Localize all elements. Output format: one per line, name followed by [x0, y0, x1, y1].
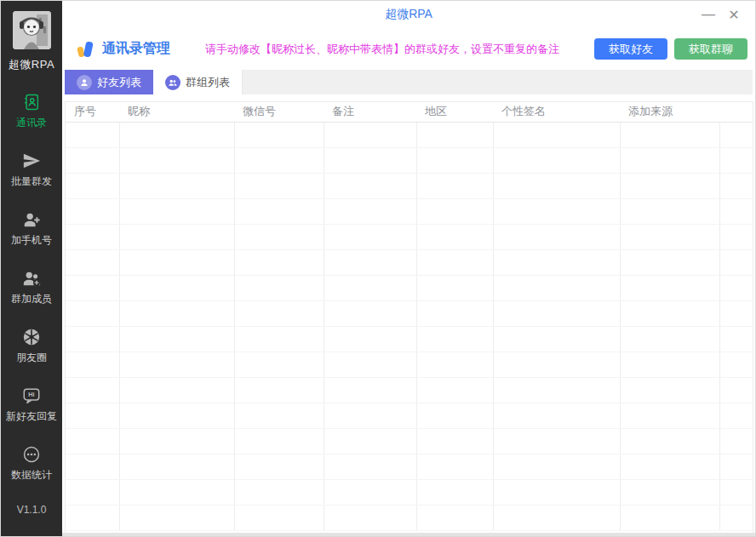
column-header-remark: 备注	[324, 102, 416, 122]
table-cell	[416, 275, 493, 300]
table-cell	[719, 377, 753, 403]
tab-friend-list[interactable]: 好友列表	[65, 70, 153, 94]
table-cell	[119, 147, 234, 173]
table-cell	[719, 249, 753, 275]
table-cell	[416, 249, 493, 275]
table-cell	[66, 122, 119, 147]
hi-chat-icon: Hi	[22, 386, 41, 405]
table-cell	[719, 479, 753, 505]
table-cell	[119, 403, 234, 428]
table-cell	[234, 249, 324, 275]
table-cell	[416, 224, 493, 249]
table-row	[66, 428, 753, 454]
close-button[interactable]: ✕	[721, 3, 747, 26]
person-add-icon	[22, 210, 41, 229]
stats-icon	[22, 445, 41, 464]
sidebar-item-moments[interactable]: 朋友圈	[16, 328, 47, 365]
table-cell	[66, 147, 119, 173]
table-cell	[324, 300, 416, 326]
contacts-manager-logo-icon	[76, 39, 96, 60]
window-controls: — ✕	[696, 3, 755, 26]
sidebar-item-label: 新好友回复	[6, 409, 57, 424]
table-cell	[416, 173, 493, 198]
table-cell	[324, 454, 416, 479]
sidebar-item-new-friend-reply[interactable]: Hi 新好友回复	[6, 386, 57, 424]
sidebar-item-statistics[interactable]: 数据统计	[11, 445, 52, 483]
sidebar-item-label: 通讯录	[16, 116, 47, 130]
table-cell	[119, 428, 234, 454]
table-cell	[119, 479, 234, 505]
table-row	[66, 377, 753, 403]
table-cell	[324, 198, 416, 224]
table-cell	[66, 173, 119, 198]
table-cell	[719, 275, 753, 300]
friend-person-icon	[77, 75, 92, 90]
table-cell	[66, 479, 119, 505]
sidebar-item-label: 朋友圈	[16, 351, 47, 365]
table-cell	[719, 403, 753, 428]
table-cell	[119, 173, 234, 198]
table-cell	[620, 377, 719, 403]
sidebar: 超微RPA 通讯录 批量群发	[1, 1, 62, 537]
get-groups-button[interactable]: 获取群聊	[674, 38, 747, 60]
table-cell	[66, 326, 119, 351]
table-cell	[493, 403, 620, 428]
table-cell	[66, 249, 119, 275]
tab-bar: 好友列表 群组列表	[65, 70, 753, 94]
send-icon	[22, 151, 41, 170]
table-cell	[119, 326, 234, 351]
table-cell	[119, 377, 234, 403]
contacts-icon	[22, 93, 41, 111]
table-cell	[416, 300, 493, 326]
get-friends-button[interactable]: 获取好友	[594, 38, 667, 60]
sidebar-item-add-phone[interactable]: 加手机号	[11, 210, 52, 248]
table-row	[66, 326, 753, 351]
table-cell	[324, 479, 416, 505]
table-cell	[234, 428, 324, 454]
moments-icon	[22, 328, 41, 346]
table-cell	[493, 454, 620, 479]
minimize-button[interactable]: —	[696, 3, 721, 26]
table-cell	[119, 275, 234, 300]
table-cell	[493, 326, 620, 351]
table-cell	[234, 351, 324, 377]
table-cell	[493, 122, 620, 147]
table-cell	[324, 122, 416, 147]
table-cell	[66, 377, 119, 403]
table-cell	[66, 224, 119, 249]
sidebar-item-contacts[interactable]: 通讯录	[16, 93, 47, 130]
page-header: 通讯录管理 请手动修改【昵称过长、昵称中带表情】的群或好友，设置不重复的备注 获…	[62, 28, 755, 70]
table-cell	[620, 454, 719, 479]
table-row	[66, 403, 753, 428]
table-cell	[620, 147, 719, 173]
table-cell	[416, 351, 493, 377]
table-cell	[119, 122, 234, 147]
column-header-add-source: 添加来源	[620, 102, 719, 122]
table-cell	[234, 326, 324, 351]
table-cell	[234, 403, 324, 428]
table-cell	[324, 275, 416, 300]
table-cell	[416, 479, 493, 505]
bottom-strip	[62, 533, 755, 537]
table-cell	[234, 300, 324, 326]
table-cell	[324, 249, 416, 275]
table-cell	[620, 198, 719, 224]
tab-group-list[interactable]: 群组列表	[153, 70, 243, 94]
sidebar-item-bulk-send[interactable]: 批量群发	[11, 151, 52, 189]
table-cell	[719, 326, 753, 351]
titlebar[interactable]: 超微RPA — ✕	[62, 1, 755, 28]
table-row	[66, 479, 753, 505]
sidebar-app-name: 超微RPA	[9, 57, 54, 72]
table-cell	[234, 454, 324, 479]
table-cell	[119, 224, 234, 249]
table-cell	[324, 351, 416, 377]
table-row	[66, 351, 753, 377]
table-cell	[620, 173, 719, 198]
tab-label: 好友列表	[97, 75, 141, 90]
table-cell	[719, 454, 753, 479]
sidebar-item-group-add[interactable]: 群加成员	[11, 269, 52, 306]
table-row	[66, 173, 753, 198]
table-cell	[493, 505, 620, 530]
window-title: 超微RPA	[62, 7, 755, 22]
table-row	[66, 224, 753, 249]
